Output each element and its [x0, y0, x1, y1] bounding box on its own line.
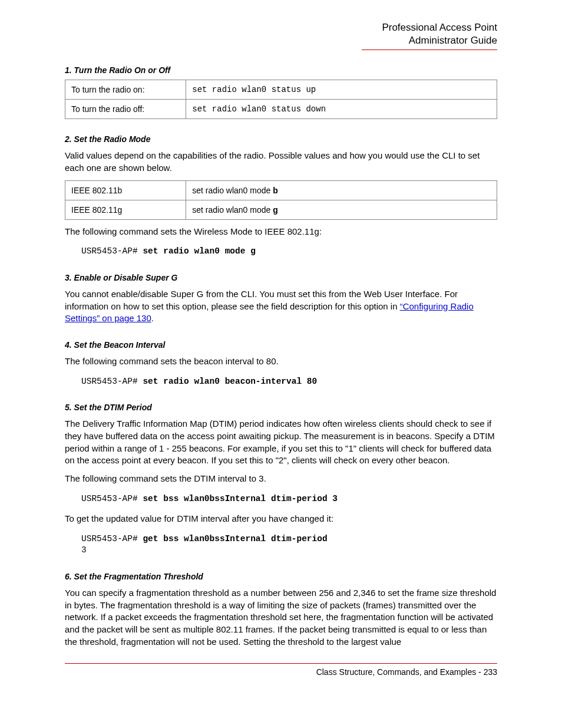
row-label: IEEE 802.11g — [65, 200, 186, 219]
radio-on-off-table: To turn the radio on: set radio wlan0 st… — [65, 80, 497, 119]
section-4-title: 4. Set the Beacon Interval — [65, 340, 497, 350]
section-2-intro: Valid values depend on the capabilities … — [65, 150, 497, 174]
cli-example-mode-g: USR5453-AP# set radio wlan0 mode g — [81, 246, 497, 258]
text-before-link: You cannot enable/disable Super G from t… — [65, 289, 458, 311]
row-label: IEEE 802.11b — [65, 180, 186, 200]
cli-prompt: USR5453-AP# — [81, 246, 143, 256]
row-label: To turn the radio off: — [65, 100, 186, 119]
header-rule — [362, 50, 497, 50]
table-row: To turn the radio off: set radio wlan0 s… — [65, 100, 497, 119]
row-command: set radio wlan0 mode g — [186, 200, 497, 219]
header-line-1: Professional Access Point — [65, 21, 497, 34]
cmd-prefix: set radio wlan0 mode — [192, 205, 273, 215]
section-5-title: 5. Set the DTIM Period — [65, 403, 497, 412]
section-1-title: 1. Turn the Radio On or Off — [65, 65, 497, 75]
section-4-intro: The following command sets the beacon in… — [65, 355, 497, 368]
page-footer: Class Structure, Commands, and Examples … — [65, 667, 497, 677]
header-line-2: Administrator Guide — [65, 34, 497, 47]
section-2-title: 2. Set the Radio Mode — [65, 134, 497, 144]
cli-prompt: USR5453-AP# — [81, 534, 143, 543]
radio-mode-table: IEEE 802.11b set radio wlan0 mode b IEEE… — [65, 180, 497, 220]
row-label: To turn the radio on: — [65, 80, 186, 100]
footer-rule — [65, 663, 497, 664]
section-5-para3: To get the updated value for DTIM interv… — [65, 513, 497, 525]
section-6-para: You can specify a fragmentation threshol… — [65, 587, 497, 648]
table-row: IEEE 802.11b set radio wlan0 mode b — [65, 180, 497, 200]
page-header: Professional Access Point Administrator … — [65, 21, 497, 47]
cli-example-beacon: USR5453-AP# set radio wlan0 beacon-inter… — [81, 376, 497, 388]
section-3-text: You cannot enable/disable Super G from t… — [65, 288, 497, 325]
section-2-after: The following command sets the Wireless … — [65, 226, 497, 238]
row-command: set radio wlan0 status up — [186, 80, 497, 100]
text-after-link: . — [151, 313, 154, 323]
cli-prompt: USR5453-AP# — [81, 494, 143, 503]
row-command: set radio wlan0 mode b — [186, 180, 497, 200]
row-command: set radio wlan0 status down — [186, 100, 497, 119]
cmd-bold: g — [273, 205, 278, 215]
table-row: To turn the radio on: set radio wlan0 st… — [65, 80, 497, 100]
cli-command: get bss wlan0bssInternal dtim-period — [143, 534, 327, 543]
cli-command: set radio wlan0 mode g — [143, 246, 255, 256]
section-5-para1: The Delivery Traffic Information Map (DT… — [65, 418, 497, 467]
cli-prompt: USR5453-AP# — [81, 377, 143, 386]
section-3-title: 3. Enable or Disable Super G — [65, 273, 497, 282]
cmd-prefix: set radio wlan0 mode — [192, 186, 273, 195]
cli-example-dtim-set: USR5453-AP# set bss wlan0bssInternal dti… — [81, 493, 497, 505]
table-row: IEEE 802.11g set radio wlan0 mode g — [65, 200, 497, 219]
section-5-para2: The following command sets the DTIM inte… — [65, 473, 497, 485]
cmd-bold: b — [273, 186, 278, 195]
cli-command: set bss wlan0bssInternal dtim-period 3 — [143, 494, 338, 503]
cli-output: 3 — [81, 545, 87, 555]
cli-command: set radio wlan0 beacon-interval 80 — [143, 377, 317, 386]
cli-example-dtim-get: USR5453-AP# get bss wlan0bssInternal dti… — [81, 533, 497, 556]
section-6-title: 6. Set the Fragmentation Threshold — [65, 572, 497, 581]
